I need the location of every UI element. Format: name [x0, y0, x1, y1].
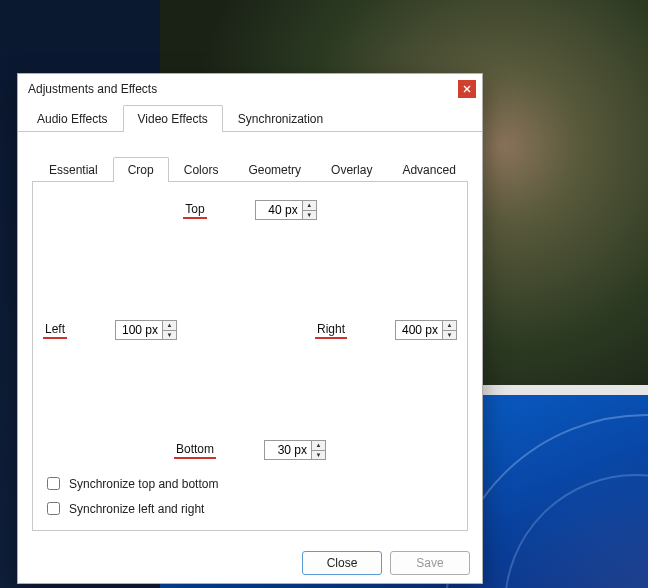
crop-left-label: Left: [43, 322, 67, 339]
tab-audio-effects[interactable]: Audio Effects: [22, 105, 123, 132]
subtab-crop[interactable]: Crop: [113, 157, 169, 182]
tab-video-effects[interactable]: Video Effects: [123, 105, 223, 132]
crop-sync-checks: Synchronize top and bottom Synchronize l…: [43, 474, 457, 518]
tab-synchronization[interactable]: Synchronization: [223, 105, 338, 132]
crop-top-label: Top: [183, 202, 206, 219]
main-tabstrip: Audio Effects Video Effects Synchronizat…: [18, 104, 482, 132]
crop-bottom-spinbox[interactable]: ▲ ▼: [264, 440, 326, 460]
crop-left-spinbox[interactable]: ▲ ▼: [115, 320, 177, 340]
subtab-advanced[interactable]: Advanced: [387, 157, 470, 182]
dialog-titlebar: Adjustments and Effects: [18, 74, 482, 104]
crop-right-down-icon[interactable]: ▼: [443, 331, 456, 340]
sync-top-bottom-checkbox[interactable]: [47, 477, 60, 490]
crop-top-up-icon[interactable]: ▲: [303, 201, 316, 211]
save-button[interactable]: Save: [390, 551, 470, 575]
dialog-content: Essential Crop Colors Geometry Overlay A…: [18, 132, 482, 541]
close-button[interactable]: Close: [302, 551, 382, 575]
video-effects-subtabs: Essential Crop Colors Geometry Overlay A…: [32, 156, 468, 182]
crop-left-up-icon[interactable]: ▲: [163, 321, 176, 331]
sync-left-right-checkbox[interactable]: [47, 502, 60, 515]
crop-bottom-up-icon[interactable]: ▲: [312, 441, 325, 451]
subtab-essential[interactable]: Essential: [34, 157, 113, 182]
crop-right-label: Right: [315, 322, 347, 339]
crop-grid: Top ▲ ▼ Left: [43, 196, 457, 460]
subtab-overlay[interactable]: Overlay: [316, 157, 387, 182]
dialog-button-bar: Close Save: [18, 541, 482, 587]
crop-top-spinbox[interactable]: ▲ ▼: [255, 200, 317, 220]
crop-top-down-icon[interactable]: ▼: [303, 211, 316, 220]
subtab-geometry[interactable]: Geometry: [233, 157, 316, 182]
crop-right-spinbox[interactable]: ▲ ▼: [395, 320, 457, 340]
crop-right-input[interactable]: [396, 321, 442, 339]
sync-left-right-label[interactable]: Synchronize left and right: [69, 502, 204, 516]
crop-panel: Top ▲ ▼ Left: [32, 182, 468, 531]
crop-left-input[interactable]: [116, 321, 162, 339]
dialog-title: Adjustments and Effects: [28, 82, 458, 96]
crop-bottom-down-icon[interactable]: ▼: [312, 451, 325, 460]
subtab-colors[interactable]: Colors: [169, 157, 234, 182]
crop-left-down-icon[interactable]: ▼: [163, 331, 176, 340]
sync-top-bottom-label[interactable]: Synchronize top and bottom: [69, 477, 218, 491]
crop-bottom-input[interactable]: [265, 441, 311, 459]
crop-bottom-label: Bottom: [174, 442, 216, 459]
close-icon[interactable]: [458, 80, 476, 98]
crop-right-up-icon[interactable]: ▲: [443, 321, 456, 331]
adjustments-effects-dialog: Adjustments and Effects Audio Effects Vi…: [17, 73, 483, 584]
crop-top-input[interactable]: [256, 201, 302, 219]
